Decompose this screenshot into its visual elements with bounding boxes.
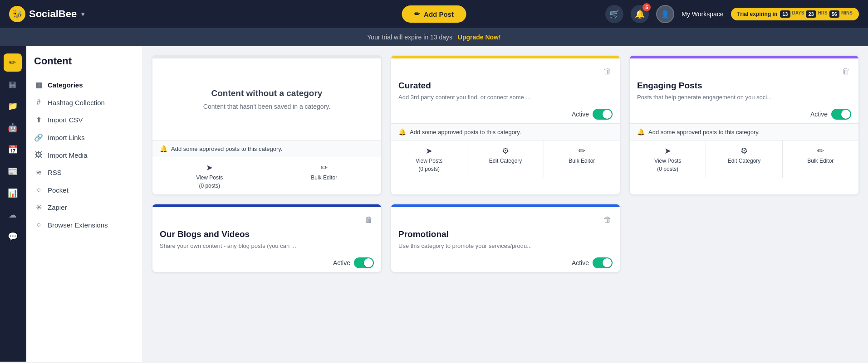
edit-icon: ✏ <box>321 163 328 173</box>
bell-icon: 🔔 <box>637 128 645 136</box>
cart-button[interactable]: 🛒 <box>605 5 623 23</box>
icon-bar: ✏ ▦ 📁 🤖 📅 📰 📊 ☁ 💬 <box>0 46 25 362</box>
no-category-bulk-editor-button[interactable]: ✏ Bulk Editor <box>267 157 382 194</box>
curated-active-label: Active <box>572 111 589 118</box>
days-value: 13 <box>780 10 790 18</box>
sidebar-item-newspaper[interactable]: 📰 <box>4 162 22 180</box>
curated-desc: Add 3rd party content you find, or conne… <box>398 93 613 102</box>
app-name: SocialBee <box>29 8 77 20</box>
upgrade-link[interactable]: Upgrade Now! <box>458 34 501 41</box>
user-avatar[interactable]: 👤 <box>656 5 674 23</box>
send-icon: ➤ <box>426 146 432 156</box>
gear-icon: ⚙ <box>740 146 748 156</box>
bell-icon: 🔔 <box>635 9 645 19</box>
edit-icon: ✏ <box>414 10 420 18</box>
sidebar-label-hashtag: Hashtag Collection <box>48 99 105 106</box>
send-icon: ➤ <box>664 146 671 156</box>
sidebar-item-rss[interactable]: ≋ RSS <box>25 164 142 181</box>
trial-time: 13 DAYS 23 HRS 56 MINS <box>780 10 853 18</box>
engaging-notification-text: Add some approved posts to this category… <box>648 129 760 136</box>
gear-icon: ⚙ <box>502 146 509 156</box>
bell-icon: 🔔 <box>398 128 406 136</box>
add-post-button[interactable]: ✏ Add Post <box>402 5 466 23</box>
promotional-toggle[interactable] <box>593 257 613 268</box>
our-blogs-toggle[interactable] <box>354 257 374 268</box>
curated-title: Curated <box>398 81 613 91</box>
no-category-actions: ➤ View Posts (0 posts) ✏ Bulk Editor <box>152 157 381 194</box>
sidebar-label-import-media: Import Media <box>48 151 88 159</box>
browser-extensions-icon: ○ <box>34 221 43 229</box>
our-blogs-active-label: Active <box>333 259 350 266</box>
our-blogs-delete-button[interactable]: 🗑 <box>364 214 374 226</box>
curated-toggle[interactable] <box>593 109 613 120</box>
bell-icon: 🔔 <box>160 145 167 152</box>
hours-value: 23 <box>806 10 816 18</box>
sidebar: Content ▦ Categories # Hashtag Collectio… <box>25 46 143 362</box>
engaging-toggle[interactable] <box>831 109 851 120</box>
engaging-edit-category-button[interactable]: ⚙ Edit Category <box>706 140 782 178</box>
no-category-card: Content without a category Content that … <box>152 55 382 195</box>
sidebar-label-import-links: Import Links <box>48 134 85 141</box>
cart-icon: 🛒 <box>609 9 619 19</box>
sidebar-item-calendar[interactable]: 📅 <box>4 140 22 159</box>
sidebar-item-import-links[interactable]: 🔗 Import Links <box>25 129 142 146</box>
promotional-active-label: Active <box>572 259 589 266</box>
no-category-desc: Content that hasn't been saved in a cate… <box>162 103 372 110</box>
sidebar-item-robot[interactable]: 🤖 <box>4 119 22 137</box>
curated-notification: 🔔 Add some approved posts to this catego… <box>391 123 620 140</box>
cards-grid: Content without a category Content that … <box>152 55 859 272</box>
sidebar-item-chart[interactable]: 📊 <box>4 184 22 202</box>
sidebar-item-pocket[interactable]: ○ Pocket <box>25 181 142 198</box>
notification-badge: 5 <box>642 3 651 11</box>
sidebar-item-dashboard[interactable]: ▦ <box>4 75 22 93</box>
logo-area[interactable]: 🐝 SocialBee ▾ <box>9 6 605 22</box>
sidebar-item-browser-extensions[interactable]: ○ Browser Extensions <box>25 216 142 233</box>
curated-view-posts-button[interactable]: ➤ View Posts (0 posts) <box>391 140 467 178</box>
sidebar-label-import-csv: Import CSV <box>48 116 83 124</box>
sidebar-item-folder[interactable]: 📁 <box>4 97 22 115</box>
our-blogs-card: 🗑 Our Blogs and Videos Share your own co… <box>152 204 382 272</box>
curated-bulk-editor-button[interactable]: ✏ Bulk Editor <box>544 140 620 178</box>
engaging-actions: ➤ View Posts (0 posts) ⚙ Edit Category ✏… <box>630 140 858 178</box>
workspace-label[interactable]: My Workspace <box>682 10 723 18</box>
curated-delete-button[interactable]: 🗑 <box>603 66 613 77</box>
sidebar-item-hashtag-collection[interactable]: # Hashtag Collection <box>25 94 142 111</box>
curated-edit-category-button[interactable]: ⚙ Edit Category <box>467 140 544 178</box>
our-blogs-card-header: 🗑 <box>152 207 381 229</box>
sidebar-item-cloud[interactable]: ☁ <box>4 206 22 224</box>
engaging-toggle-row: Active <box>630 105 858 123</box>
curated-toggle-row: Active <box>391 105 620 123</box>
sidebar-label-browser-extensions: Browser Extensions <box>48 221 108 229</box>
edit-icon: ✏ <box>579 146 585 156</box>
engaging-card-header: 🗑 <box>630 58 858 81</box>
curated-card: 🗑 Curated Add 3rd party content you find… <box>391 55 620 195</box>
curated-notification-text: Add some approved posts to this category… <box>410 129 521 136</box>
engaging-bulk-editor-button[interactable]: ✏ Bulk Editor <box>783 140 858 178</box>
sidebar-item-import-csv[interactable]: ⬆ Import CSV <box>25 111 142 129</box>
sidebar-label-zapier: Zapier <box>48 203 67 211</box>
sidebar-item-chat[interactable]: 💬 <box>4 227 22 246</box>
engaging-view-posts-button[interactable]: ➤ View Posts (0 posts) <box>630 140 706 178</box>
send-icon: ➤ <box>206 163 213 173</box>
mins-value: 56 <box>829 10 839 18</box>
rss-icon: ≋ <box>34 168 43 177</box>
chevron-down-icon[interactable]: ▾ <box>81 10 84 18</box>
engaging-delete-button[interactable]: 🗑 <box>841 66 851 77</box>
notification-button[interactable]: 🔔 5 <box>631 5 649 23</box>
sidebar-item-zapier[interactable]: ✳ Zapier <box>25 198 142 216</box>
sidebar-item-content[interactable]: ✏ <box>4 53 22 72</box>
promotional-delete-button[interactable]: 🗑 <box>603 214 613 226</box>
engaging-desc: Posts that help generate engagement on y… <box>637 93 851 102</box>
no-category-view-posts-button[interactable]: ➤ View Posts (0 posts) <box>152 157 267 194</box>
promotional-title-area: Promotional Use this category to promote… <box>391 229 620 254</box>
sidebar-nav: ▦ Categories # Hashtag Collection ⬆ Impo… <box>25 73 142 237</box>
import-links-icon: 🔗 <box>34 133 43 142</box>
no-category-notification-text: Add some approved posts to this category… <box>171 145 282 152</box>
logo-icon: 🐝 <box>9 6 25 22</box>
no-category-notification: 🔔 Add some approved posts to this catego… <box>152 140 381 157</box>
no-category-inner: Content without a category Content that … <box>152 58 381 140</box>
promotional-card-header: 🗑 <box>391 207 620 229</box>
sidebar-item-import-media[interactable]: 🖼 Import Media <box>25 146 142 164</box>
sidebar-item-categories[interactable]: ▦ Categories <box>25 76 142 94</box>
nav-center: ✏ Add Post <box>402 5 466 23</box>
